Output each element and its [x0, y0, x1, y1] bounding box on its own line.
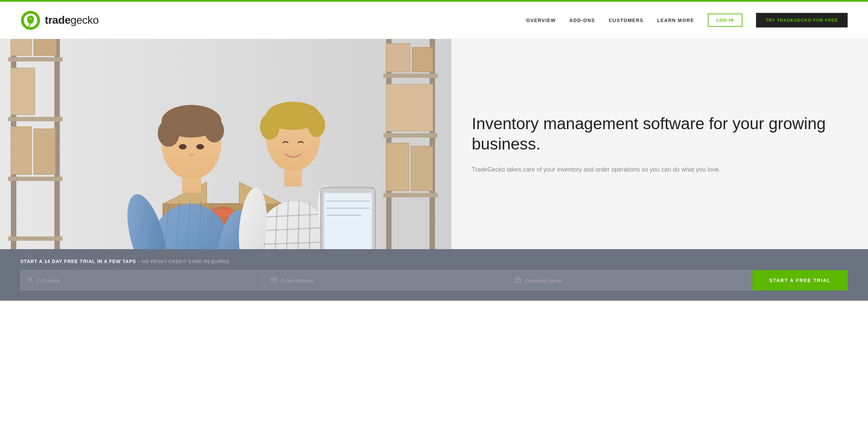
- hero-headline: Inventory management software for your g…: [472, 114, 841, 154]
- try-free-button[interactable]: TRY TRADEGECKO FOR FREE: [756, 13, 848, 27]
- svg-rect-20: [11, 127, 32, 175]
- email-icon: [271, 277, 277, 284]
- svg-rect-25: [383, 133, 438, 138]
- svg-rect-29: [386, 84, 433, 131]
- svg-point-7: [30, 18, 30, 19]
- login-button[interactable]: LOG IN: [708, 14, 743, 27]
- logo-text: tradegecko: [45, 14, 99, 26]
- person-icon: [27, 277, 33, 284]
- trial-tagline-light: –: [137, 259, 142, 264]
- trial-bar: START A 14 DAY FREE TRIAL IN A FEW TAPS …: [0, 249, 868, 301]
- svg-rect-14: [8, 117, 62, 121]
- svg-rect-15: [8, 177, 62, 181]
- svg-rect-28: [412, 47, 433, 72]
- company-icon: [515, 277, 521, 284]
- svg-rect-21: [34, 129, 55, 175]
- svg-rect-16: [8, 236, 62, 241]
- email-input[interactable]: [281, 278, 501, 283]
- svg-rect-30: [386, 143, 409, 191]
- svg-point-8: [32, 18, 32, 19]
- fullname-field: [20, 270, 264, 290]
- nav-customers[interactable]: CUSTOMERS: [609, 18, 644, 23]
- logo-icon: [20, 10, 41, 31]
- svg-point-70: [260, 114, 280, 140]
- svg-rect-83: [271, 278, 277, 282]
- nav-learnmore[interactable]: LEARN MORE: [657, 18, 694, 23]
- svg-rect-18: [34, 39, 56, 56]
- hero-scene-svg: [0, 39, 451, 249]
- hero-text-area: Inventory management software for your g…: [451, 39, 868, 249]
- trial-tagline: START A 14 DAY FREE TRIAL IN A FEW TAPS …: [20, 259, 848, 264]
- start-trial-button[interactable]: START A FREE TRIAL: [752, 270, 848, 290]
- svg-rect-17: [11, 39, 32, 56]
- trial-form: START A FREE TRIAL: [20, 270, 848, 290]
- svg-rect-19: [11, 68, 35, 115]
- svg-point-47: [158, 120, 180, 147]
- logo[interactable]: tradegecko: [20, 10, 99, 31]
- svg-rect-13: [8, 57, 62, 62]
- svg-point-51: [189, 153, 194, 157]
- svg-rect-26: [383, 193, 438, 197]
- nav-addons[interactable]: ADD-ONS: [569, 18, 595, 23]
- svg-point-50: [196, 144, 204, 149]
- main-nav: OVERVIEW ADD-ONS CUSTOMERS LEARN MORE LO…: [526, 13, 848, 27]
- site-header: tradegecko OVERVIEW ADD-ONS CUSTOMERS LE…: [0, 2, 868, 39]
- email-field: [264, 270, 508, 290]
- svg-point-82: [29, 277, 31, 280]
- hero-subtext: TradeGecko takes care of your inventory …: [472, 164, 841, 175]
- trial-tagline-light-text: NO PESKY CREDIT CARD REQUIRED: [142, 259, 230, 264]
- svg-point-85: [517, 280, 518, 281]
- company-input[interactable]: [525, 278, 745, 283]
- svg-point-72: [304, 112, 324, 131]
- svg-point-48: [205, 119, 224, 143]
- hero-image: [0, 39, 451, 249]
- nav-overview[interactable]: OVERVIEW: [526, 18, 556, 23]
- fullname-input[interactable]: [37, 278, 257, 283]
- svg-point-49: [179, 144, 186, 149]
- svg-rect-27: [386, 44, 410, 72]
- hero-section: Inventory management software for your g…: [0, 39, 868, 249]
- trial-tagline-bold: START A 14 DAY FREE TRIAL IN A FEW TAPS: [20, 259, 136, 264]
- company-field: [508, 270, 752, 290]
- svg-rect-31: [411, 146, 433, 191]
- svg-rect-24: [383, 74, 438, 78]
